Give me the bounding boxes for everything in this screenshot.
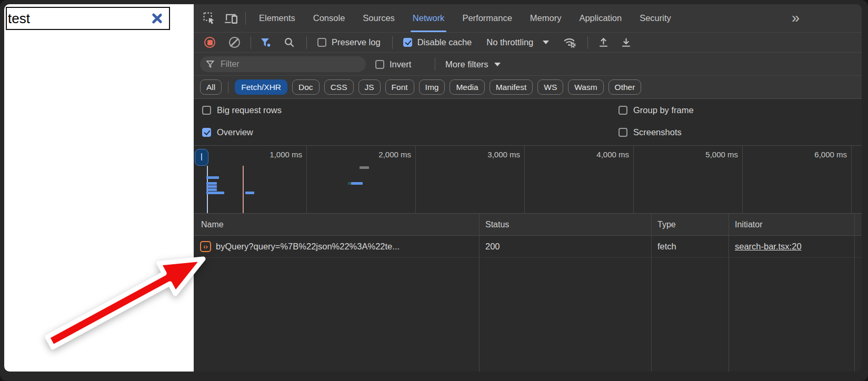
preserve-log-label: Preserve log: [332, 37, 381, 47]
devtools-tabbar: Elements Console Sources Network Perform…: [194, 4, 862, 33]
search-input[interactable]: [6, 7, 170, 30]
more-filters-caret-icon: [494, 63, 501, 66]
device-toolbar-icon[interactable]: [223, 11, 239, 26]
disable-cache-label: Disable cache: [417, 37, 472, 47]
column-divider[interactable]: [651, 214, 652, 372]
big-request-rows-label: Big request rows: [217, 105, 282, 115]
request-name[interactable]: byQuery?query=%7B%22json%22%3A%22te...: [216, 236, 400, 257]
tab-security[interactable]: Security: [631, 4, 680, 33]
export-har-icon[interactable]: [620, 36, 632, 48]
table-row[interactable]: ‹› byQuery?query=%7B%22json%22%3A%22te..…: [194, 236, 862, 258]
gridline: [524, 146, 525, 213]
gridline: [633, 146, 634, 213]
tick-6000ms: 6,000 ms: [743, 150, 847, 159]
chip-other[interactable]: Other: [608, 79, 642, 95]
tab-performance[interactable]: Performance: [453, 4, 521, 33]
chip-img[interactable]: Img: [419, 79, 445, 95]
toolbar-divider: [306, 36, 307, 49]
devtools-panel: Elements Console Sources Network Perform…: [194, 4, 862, 372]
column-divider[interactable]: [729, 214, 729, 372]
overview-checkbox[interactable]: Overview: [202, 121, 253, 143]
column-header-status[interactable]: Status: [485, 214, 509, 235]
filter-input[interactable]: [220, 59, 360, 69]
request-bar: [206, 185, 217, 188]
import-har-icon[interactable]: [597, 36, 610, 48]
request-initiator-link[interactable]: search-bar.tsx:20: [735, 236, 802, 257]
record-network-log-button[interactable]: [204, 37, 215, 48]
column-header-name[interactable]: Name: [201, 214, 224, 235]
gridline: [306, 146, 307, 213]
search-icon[interactable]: [284, 37, 295, 48]
filter-input-pill[interactable]: [200, 56, 366, 72]
throttling-select[interactable]: No throttling: [486, 37, 533, 47]
devtools-tabs: Elements Console Sources Network Perform…: [250, 4, 680, 33]
throttling-caret-icon[interactable]: [543, 41, 549, 44]
clear-network-log-icon[interactable]: [229, 37, 240, 48]
tab-network[interactable]: Network: [404, 4, 454, 33]
request-type-chips: All Fetch/XHR Doc CSS JS Font Img Media …: [194, 76, 862, 99]
invert-checkbox[interactable]: Invert: [375, 53, 411, 76]
tick-4000ms: 4,000 ms: [525, 150, 629, 159]
tab-sources[interactable]: Sources: [354, 4, 404, 33]
checkbox-unchecked[interactable]: [618, 106, 627, 115]
request-bar: [206, 188, 217, 191]
preserve-log-checkbox[interactable]: Preserve log: [317, 37, 381, 47]
tick-2000ms: 2,000 ms: [307, 150, 411, 159]
chip-fetch-xhr[interactable]: Fetch/XHR: [235, 79, 287, 95]
column-header-type[interactable]: Type: [657, 214, 676, 235]
chip-wasm[interactable]: Wasm: [568, 79, 603, 95]
network-overview-timeline[interactable]: 1,000 ms 2,000 ms 3,000 ms 4,000 ms 5,00…: [194, 145, 862, 214]
checkbox-checked[interactable]: [403, 38, 412, 47]
screenshots-checkbox[interactable]: Screenshots: [618, 121, 682, 143]
filter-row-divider: [435, 58, 435, 71]
request-status: 200: [485, 236, 500, 257]
column-divider[interactable]: [854, 214, 855, 372]
filter-funnel-icon[interactable]: [261, 38, 271, 47]
checkbox-unchecked[interactable]: [202, 106, 211, 115]
chip-ws[interactable]: WS: [537, 79, 563, 95]
chip-font[interactable]: Font: [385, 79, 414, 95]
checkbox-unchecked[interactable]: [618, 128, 627, 137]
tab-application[interactable]: Application: [570, 4, 631, 33]
chip-manifest[interactable]: Manifest: [490, 79, 533, 95]
gridline: [742, 146, 743, 213]
checkbox-checked[interactable]: [202, 128, 211, 137]
network-conditions-icon[interactable]: [563, 36, 577, 48]
gridline: [851, 146, 852, 213]
request-bar: [351, 182, 363, 185]
tab-console[interactable]: Console: [304, 4, 354, 33]
overview-left-drag-handle[interactable]: [195, 149, 208, 166]
request-bar-gray: [360, 166, 369, 169]
more-tabs-icon[interactable]: »: [792, 11, 800, 25]
browser-page: [4, 4, 194, 372]
fetch-xhr-request-icon: ‹›: [200, 241, 211, 252]
big-request-rows-checkbox[interactable]: Big request rows: [202, 99, 282, 121]
inspect-element-icon[interactable]: [201, 11, 217, 26]
chip-css[interactable]: CSS: [324, 79, 354, 95]
load-event-marker: [243, 166, 244, 213]
requests-table-header: Name Status Type Initiator: [194, 214, 862, 236]
disable-cache-checkbox[interactable]: Disable cache: [403, 37, 472, 47]
clear-search-icon[interactable]: [151, 13, 163, 24]
chip-all[interactable]: All: [200, 79, 222, 95]
column-divider[interactable]: [479, 214, 480, 372]
search-box: [6, 7, 170, 30]
checkbox-unchecked[interactable]: [375, 60, 384, 69]
group-by-frame-checkbox[interactable]: Group by frame: [618, 99, 694, 121]
filter-pill-funnel-icon: [206, 61, 215, 68]
toolbar-divider: [587, 36, 588, 49]
tab-elements[interactable]: Elements: [250, 4, 304, 33]
tick-1000ms: 1,000 ms: [198, 150, 302, 159]
chip-js[interactable]: JS: [358, 79, 381, 95]
group-by-frame-label: Group by frame: [633, 105, 694, 115]
chip-doc[interactable]: Doc: [292, 79, 320, 95]
network-filter-row: Invert More filters: [194, 53, 862, 76]
checkbox-unchecked[interactable]: [317, 38, 326, 47]
tab-memory[interactable]: Memory: [521, 4, 571, 33]
overview-label: Overview: [217, 127, 253, 137]
chip-media[interactable]: Media: [450, 79, 484, 95]
tick-3000ms: 3,000 ms: [416, 150, 520, 159]
column-header-initiator[interactable]: Initiator: [735, 214, 762, 235]
network-toolbar: Preserve log Disable cache No throttling: [194, 33, 862, 53]
more-filters-button[interactable]: More filters: [445, 53, 501, 76]
